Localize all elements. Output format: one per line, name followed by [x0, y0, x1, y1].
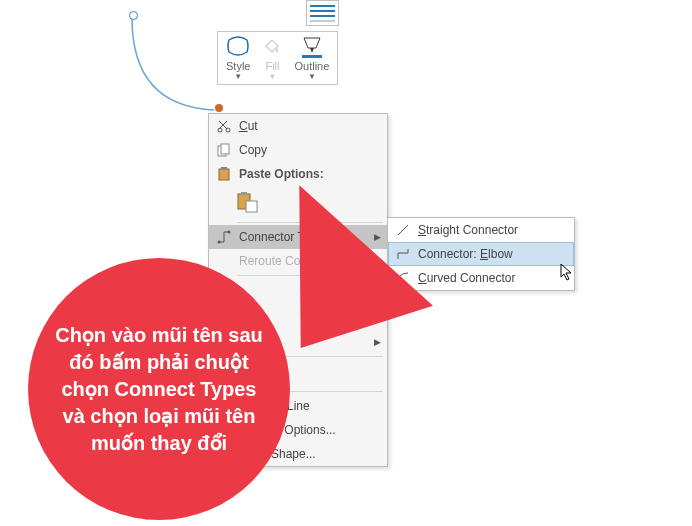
style-icon	[226, 36, 250, 58]
svg-rect-9	[246, 201, 257, 212]
fill-bucket-icon	[262, 36, 282, 58]
menu-label: Copy	[235, 143, 381, 157]
svg-rect-4	[221, 144, 229, 154]
chevron-down-icon: ▼	[234, 72, 242, 81]
submenu-item-curved[interactable]: Curved Connector	[388, 266, 574, 290]
fill-dropdown: Fill ▼	[262, 36, 282, 81]
copy-icon	[213, 143, 235, 157]
menu-item-cut[interactable]: Cut	[209, 114, 387, 138]
mouse-cursor-icon	[560, 263, 574, 281]
menu-item-paste-options-header: Paste Options:	[209, 162, 387, 186]
clipboard-icon	[213, 167, 235, 181]
menu-label: Paste Options:	[235, 167, 381, 181]
connector-end-handle[interactable]	[215, 104, 223, 112]
menu-label: Cut	[235, 119, 381, 133]
svg-rect-0	[302, 55, 322, 58]
fill-label: Fill	[265, 60, 279, 72]
chevron-down-icon: ▼	[269, 72, 277, 81]
style-dropdown[interactable]: Style ▼	[226, 36, 250, 81]
outline-pen-icon	[298, 36, 326, 58]
mini-toolbar: Style ▼ Fill ▼ Outline ▼	[217, 31, 338, 85]
arc-connector[interactable]	[126, 14, 216, 124]
chevron-down-icon: ▼	[308, 72, 316, 81]
svg-rect-8	[241, 192, 247, 195]
submenu-label: Connector: Elbow	[414, 247, 568, 261]
menu-item-copy[interactable]: Copy	[209, 138, 387, 162]
submenu-label: Curved Connector	[414, 271, 568, 285]
outline-label: Outline	[294, 60, 329, 72]
connector-types-icon	[213, 230, 235, 244]
text-placeholder-box	[306, 0, 339, 26]
straight-connector-icon	[392, 223, 414, 237]
scissors-icon	[213, 119, 235, 133]
connector-types-submenu: Straight Connector Connector: Elbow Curv…	[387, 217, 575, 291]
elbow-connector-icon	[392, 247, 414, 261]
submenu-arrow-icon: ▶	[374, 232, 381, 242]
paste-picture-icon	[237, 192, 259, 214]
paste-option-picture[interactable]	[235, 190, 261, 216]
svg-rect-6	[221, 167, 227, 170]
annotation-text: Chọn vào mũi tên sau đó bấm phải chuột c…	[52, 322, 266, 457]
submenu-label: Straight Connector	[414, 223, 568, 237]
submenu-item-elbow[interactable]: Connector: Elbow	[388, 242, 574, 266]
svg-point-2	[226, 128, 230, 132]
connector-start-handle[interactable]	[129, 11, 138, 20]
outline-dropdown[interactable]: Outline ▼	[294, 36, 329, 81]
style-label: Style	[226, 60, 250, 72]
svg-rect-5	[219, 169, 229, 180]
svg-line-12	[398, 225, 408, 235]
annotation-bubble: Chọn vào mũi tên sau đó bấm phải chuột c…	[28, 258, 290, 520]
submenu-item-straight[interactable]: Straight Connector	[388, 218, 574, 242]
